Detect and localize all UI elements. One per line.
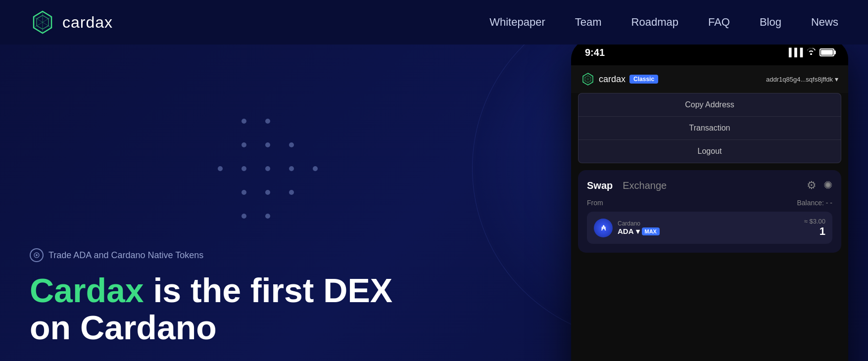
transaction-button[interactable]: Transaction [579, 117, 841, 140]
nav-news[interactable]: News [811, 16, 838, 29]
signal-bars-icon: ▐▐▐ [786, 48, 803, 57]
token-chain: Cardano [618, 220, 660, 227]
token-left: ₳ Cardano ADA ▾ MAX [594, 219, 660, 237]
phone-statusbar: 9:41 ▐▐▐ [571, 45, 848, 65]
main-content: Trade ADA and Cardano Native Tokens Card… [0, 45, 868, 361]
token-amount[interactable]: 1 [804, 225, 825, 238]
cardax-logo-icon [30, 9, 55, 35]
main-nav: Whitepaper Team Roadmap FAQ Blog News [489, 16, 838, 29]
tab-exchange[interactable]: Exchange [623, 180, 667, 191]
token-row: ₳ Cardano ADA ▾ MAX ≈ $3.00 1 [587, 212, 832, 244]
swap-panel: Swap Exchange ⚙ ✺ From Balance: - - ₳ Ca… [578, 170, 841, 253]
svg-point-6 [36, 254, 38, 256]
ada-icon: ₳ [594, 219, 613, 237]
classic-badge: Classic [629, 75, 658, 84]
swap-tabs-left: Swap Exchange [587, 180, 667, 191]
max-badge[interactable]: MAX [642, 227, 660, 235]
copy-address-button[interactable]: Copy Address [579, 93, 841, 117]
phone-mockup: 9:41 ▐▐▐ [571, 45, 848, 361]
wallet-address-text: addr1q85g4...sqfs8jffdk [766, 76, 833, 83]
header: cardax Whitepaper Team Roadmap FAQ Blog … [0, 0, 868, 45]
balance-label: Balance: - - [797, 199, 832, 207]
gear-icon[interactable]: ⚙ [807, 179, 817, 192]
nav-whitepaper[interactable]: Whitepaper [489, 16, 545, 29]
token-usd: ≈ $3.00 [804, 218, 825, 225]
wifi-icon [807, 48, 816, 57]
nav-faq[interactable]: FAQ [708, 16, 730, 29]
nav-team[interactable]: Team [575, 16, 602, 29]
status-time: 9:41 [585, 47, 605, 58]
nav-roadmap[interactable]: Roadmap [631, 16, 678, 29]
phone-logo-text: cardax [599, 74, 626, 85]
hero-headline-green: Cardax [30, 271, 144, 309]
token-symbol: ADA ▾ MAX [618, 227, 660, 236]
status-icons: ▐▐▐ [786, 48, 834, 57]
swap-from-label: From Balance: - - [587, 199, 832, 207]
logout-button[interactable]: Logout [579, 140, 841, 163]
phone-logo-area: cardax Classic [581, 72, 658, 86]
swap-settings-icons: ⚙ ✺ [807, 179, 832, 192]
subtitle-text: Trade ADA and Cardano Native Tokens [48, 250, 203, 261]
token-symbol-text[interactable]: ADA [618, 227, 634, 235]
subtitle-icon [30, 248, 44, 262]
nav-blog[interactable]: Blog [760, 16, 781, 29]
from-label: From [587, 199, 603, 207]
token-dropdown-icon: ▾ [636, 227, 640, 236]
logo-area: cardax [30, 9, 113, 35]
dot-grid-decoration [218, 119, 327, 227]
phone-app-header: cardax Classic addr1q85g4...sqfs8jffdk ▾ [571, 65, 848, 93]
hero-text-area: Trade ADA and Cardano Native Tokens Card… [30, 248, 392, 346]
token-name-area: Cardano ADA ▾ MAX [618, 220, 660, 236]
swap-tabs: Swap Exchange ⚙ ✺ [587, 179, 832, 192]
subtitle-row: Trade ADA and Cardano Native Tokens [30, 248, 392, 262]
battery-icon [820, 48, 834, 56]
tab-swap[interactable]: Swap [587, 180, 613, 191]
wallet-address[interactable]: addr1q85g4...sqfs8jffdk ▾ [766, 75, 838, 83]
phone-cardax-logo-icon [581, 72, 595, 86]
hero-headline: Cardax is the first DEXon Cardano [30, 272, 392, 346]
dropdown-menu: Copy Address Transaction Logout [578, 93, 841, 163]
token-right: ≈ $3.00 1 [804, 218, 825, 238]
dropdown-arrow-icon: ▾ [835, 75, 838, 83]
logo-text: cardax [62, 13, 113, 32]
sun-icon[interactable]: ✺ [823, 179, 832, 192]
